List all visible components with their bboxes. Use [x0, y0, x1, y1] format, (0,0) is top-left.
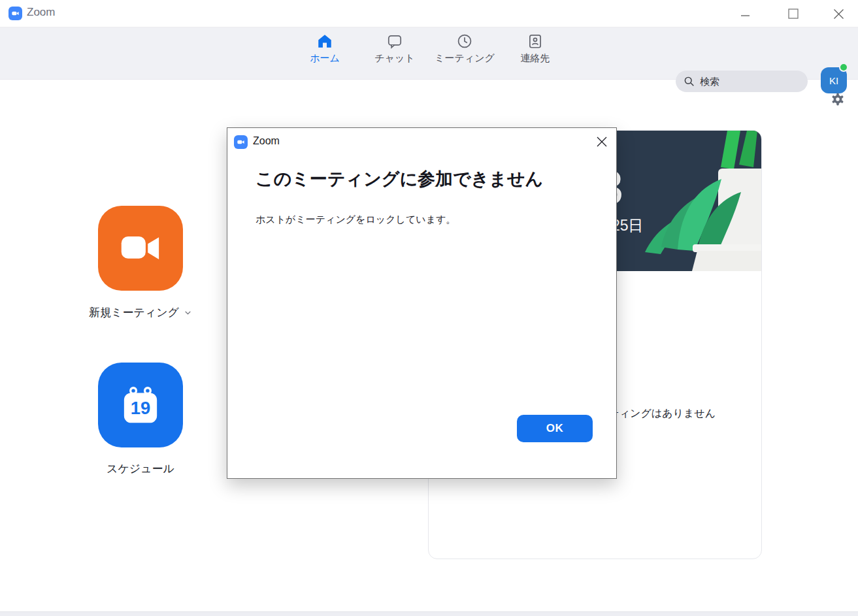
- top-nav: ホーム チャット ミーティング 連絡先: [0, 27, 858, 80]
- zoom-app-window: Zoom ホーム チャット: [0, 0, 858, 616]
- chevron-down-icon[interactable]: [184, 308, 192, 317]
- plant-illustration: [599, 131, 762, 271]
- bottom-edge-strip: [0, 611, 858, 616]
- clock-icon: [456, 33, 473, 50]
- titlebar: Zoom: [0, 0, 858, 27]
- app-title: Zoom: [27, 6, 55, 19]
- new-meeting-label-row: 新規ミーティング: [75, 305, 206, 320]
- dialog-message: ホストがミーティングをロックしています。: [256, 214, 455, 226]
- avatar-initials: KI: [829, 75, 838, 86]
- tab-meetings-label: ミーティング: [435, 52, 495, 65]
- search-input[interactable]: [700, 76, 791, 87]
- tab-home[interactable]: ホーム: [293, 33, 356, 74]
- dialog-title: Zoom: [253, 135, 280, 147]
- new-meeting-button[interactable]: [98, 206, 183, 291]
- dialog-heading: このミーティングに参加できません: [256, 167, 543, 191]
- tab-home-label: ホーム: [310, 52, 340, 65]
- calendar-icon: 19: [118, 382, 163, 428]
- calendar-day-number: 19: [131, 398, 150, 418]
- close-icon: [596, 136, 608, 148]
- tab-meetings[interactable]: ミーティング: [433, 33, 496, 74]
- new-meeting-label: 新規ミーティング: [89, 305, 179, 320]
- maximize-button[interactable]: [782, 3, 804, 25]
- home-icon: [316, 33, 333, 50]
- contact-card-icon: [527, 33, 544, 50]
- search-box[interactable]: [676, 71, 808, 92]
- presence-dot: [839, 63, 848, 72]
- dialog-zoom-icon: [234, 135, 248, 149]
- schedule-label-row: スケジュール: [75, 461, 206, 476]
- settings-button[interactable]: [827, 89, 848, 110]
- gear-icon: [830, 91, 846, 107]
- cannot-join-dialog: Zoom このミーティングに参加できません ホストがミーティングをロックしていま…: [227, 127, 617, 479]
- tab-contacts-label: 連絡先: [521, 52, 550, 65]
- schedule-button[interactable]: 19: [98, 363, 183, 447]
- dialog-close-button[interactable]: [591, 131, 613, 153]
- ok-button[interactable]: OK: [517, 415, 593, 442]
- search-icon: [684, 76, 695, 87]
- close-window-button[interactable]: [827, 3, 850, 25]
- zoom-logo-icon: [8, 7, 22, 20]
- tab-chat-label: チャット: [374, 52, 414, 65]
- tab-contacts[interactable]: 連絡先: [504, 33, 567, 74]
- chat-icon: [386, 33, 403, 50]
- video-camera-icon: [117, 227, 164, 269]
- schedule-label: スケジュール: [107, 461, 174, 476]
- tab-chat[interactable]: チャット: [363, 33, 426, 74]
- minimize-button[interactable]: [734, 3, 756, 25]
